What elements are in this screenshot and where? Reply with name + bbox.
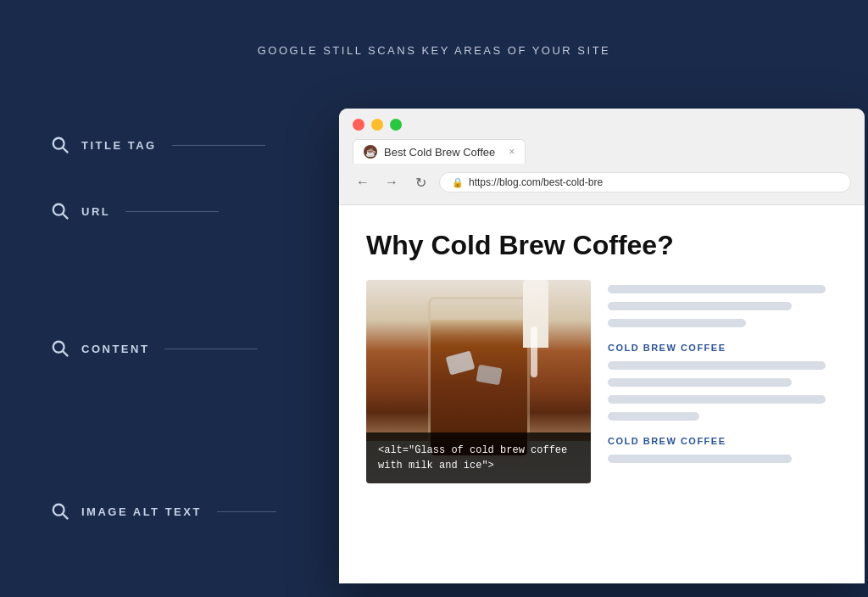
url-text: https://blog.com/best-cold-bre	[469, 176, 603, 188]
svg-point-0	[53, 138, 64, 149]
traffic-light-red[interactable]	[353, 119, 364, 131]
labels-container: TITLE TAG URL CONTENT IMAGE ALT TEXT	[51, 136, 276, 521]
content-label: CONTENT	[81, 343, 149, 355]
svg-line-5	[63, 351, 68, 356]
svg-point-6	[53, 505, 64, 516]
url-line	[125, 211, 219, 212]
back-button[interactable]: ←	[353, 172, 373, 192]
text-line-8	[608, 455, 792, 463]
image-alt-line	[217, 511, 276, 512]
content-row: <alt="Glass of cold brew coffee with mil…	[366, 280, 837, 483]
cold-brew-label-2: COLD BREW COFFEE	[608, 436, 837, 446]
label-content: CONTENT	[51, 339, 276, 358]
svg-point-4	[53, 342, 64, 353]
label-title-tag: TITLE TAG	[51, 136, 276, 154]
traffic-lights	[353, 119, 851, 131]
svg-line-7	[63, 514, 68, 519]
search-icon-title-tag	[51, 136, 70, 154]
title-tag-label: TITLE TAG	[81, 139, 157, 152]
text-line-4	[608, 361, 826, 370]
tab-title: Best Cold Brew Coffee	[384, 146, 495, 159]
tab-close-button[interactable]: ×	[509, 146, 515, 158]
text-line-7	[608, 412, 699, 421]
cold-brew-label-1: COLD BREW COFFEE	[608, 343, 837, 353]
alt-tag-code: <alt="Glass of cold brew coffee with mil…	[378, 444, 567, 471]
ice-cube-1	[445, 351, 475, 376]
traffic-light-green[interactable]	[390, 119, 402, 131]
text-line-3	[608, 319, 746, 327]
page-header-text: GOOGLE STILL SCANS KEY AREAS OF YOUR SIT…	[0, 44, 868, 57]
forward-button[interactable]: →	[381, 172, 402, 192]
browser-nav-row: Best Cold Brew Coffee ×	[353, 139, 851, 164]
text-line-2	[608, 302, 792, 310]
search-icon-image-alt	[51, 502, 70, 521]
right-text-lines: COLD BREW COFFEE COLD BREW COFFEE	[608, 280, 837, 483]
browser-page-content: Why Cold Brew Coffee?	[339, 205, 865, 500]
ice-cube-2	[476, 365, 502, 386]
svg-line-3	[63, 214, 68, 219]
browser-window: Best Cold Brew Coffee × ← → ↻ 🔒 https://…	[339, 109, 865, 583]
svg-point-2	[53, 204, 64, 215]
browser-tab[interactable]: Best Cold Brew Coffee ×	[353, 139, 526, 164]
title-tag-line	[172, 145, 265, 146]
address-bar[interactable]: 🔒 https://blog.com/best-cold-bre	[439, 172, 851, 192]
milk-stream	[531, 326, 537, 377]
coffee-image-container: <alt="Glass of cold brew coffee with mil…	[366, 280, 591, 483]
reload-button[interactable]: ↻	[410, 172, 431, 192]
label-url: URL	[51, 202, 276, 220]
lock-icon: 🔒	[452, 177, 464, 188]
search-icon-content	[51, 339, 70, 358]
alt-tag-overlay: <alt="Glass of cold brew coffee with mil…	[366, 432, 591, 483]
page-heading: Why Cold Brew Coffee?	[366, 229, 837, 261]
svg-line-1	[63, 148, 68, 153]
search-icon-url	[51, 202, 70, 220]
traffic-light-yellow[interactable]	[371, 119, 383, 131]
text-line-5	[608, 378, 792, 387]
image-alt-label: IMAGE ALT TEXT	[81, 505, 202, 518]
address-bar-row: ← → ↻ 🔒 https://blog.com/best-cold-bre	[353, 169, 851, 196]
text-line-1	[608, 285, 826, 293]
content-line	[164, 349, 258, 349]
url-label: URL	[81, 205, 110, 218]
label-image-alt-text: IMAGE ALT TEXT	[51, 502, 276, 521]
text-line-6	[608, 395, 826, 404]
browser-chrome: Best Cold Brew Coffee × ← → ↻ 🔒 https://…	[339, 109, 865, 205]
tab-favicon	[364, 145, 377, 159]
